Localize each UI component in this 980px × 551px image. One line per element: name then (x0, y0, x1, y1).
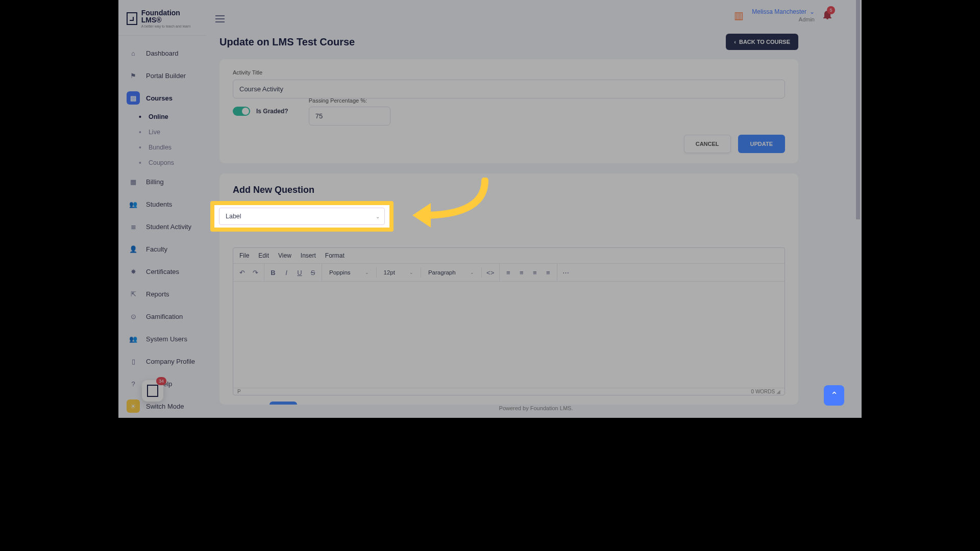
code-button[interactable]: <> (484, 266, 497, 279)
resize-handle-icon[interactable]: ◢ (776, 389, 780, 394)
sidebar-item-label: Faculty (146, 245, 167, 253)
chevron-down-icon: ⌄ (365, 270, 369, 275)
sun-icon: ☀ (127, 399, 140, 413)
sidebar-item-reports[interactable]: ⇱Reports (118, 283, 206, 305)
sidebar-item-label: Courses (146, 94, 173, 102)
flag-icon: ⚑ (127, 69, 140, 82)
gamification-icon: ⊙ (127, 310, 140, 323)
sidebar-item-label: Student Activity (146, 223, 191, 231)
users-icon: 👥 (127, 332, 140, 345)
sidebar: Foundation LMS® A better way to teach an… (118, 0, 206, 418)
sidebar-item-portal-builder[interactable]: ⚑Portal Builder (118, 64, 206, 87)
sidebar-item-label: System Users (146, 335, 187, 343)
sidebar-item-label: Reports (146, 290, 169, 298)
editor-word-count: 0 WORDS (751, 389, 775, 394)
billing-icon: ▦ (127, 175, 140, 188)
underline-button[interactable]: U (293, 266, 306, 279)
sidebar-sub-coupons[interactable]: Coupons (118, 155, 206, 170)
passing-percentage-input[interactable] (309, 107, 390, 126)
font-family-select[interactable]: Poppins⌄ (324, 269, 374, 276)
partial-button (270, 402, 297, 405)
sidebar-item-label: Students (146, 201, 172, 208)
sidebar-item-label: Company Profile (146, 358, 195, 365)
editor-menu-view[interactable]: View (278, 252, 291, 259)
students-icon: 👥 (127, 197, 140, 211)
sidebar-item-faculty[interactable]: 👤Faculty (118, 238, 206, 260)
sidebar-item-courses[interactable]: ▤Courses (118, 87, 206, 109)
redo-button[interactable]: ↷ (249, 266, 262, 279)
is-graded-toggle[interactable] (233, 107, 250, 116)
strike-button[interactable]: S (306, 266, 320, 279)
editor-menu-format[interactable]: Format (325, 252, 345, 259)
editor-path: P (237, 389, 241, 394)
scrollbar[interactable] (856, 0, 860, 219)
more-tools-button[interactable]: ⋯ (559, 266, 573, 279)
sidebar-item-student-activity[interactable]: ≣Student Activity (118, 215, 206, 238)
chevron-down-icon: ⌄ (409, 270, 413, 275)
chevron-left-icon: ‹ (734, 39, 736, 45)
reports-icon: ⇱ (127, 287, 140, 300)
editor-body[interactable] (233, 282, 785, 388)
sidebar-item-label: Certificates (146, 268, 179, 276)
brand-title: Foundation LMS® (141, 9, 198, 23)
sidebar-item-label: Billing (146, 178, 164, 186)
paragraph-select[interactable]: Paragraph⌄ (423, 269, 479, 276)
cancel-button[interactable]: CANCEL (684, 135, 731, 153)
sidebar-item-label: Switch Mode (146, 403, 184, 410)
tutorial-highlight: ⌄ (210, 201, 394, 232)
align-justify-button[interactable]: ≡ (542, 266, 555, 279)
brand-tagline: A better way to teach and learn (141, 24, 198, 28)
home-icon: ⌂ (127, 46, 140, 60)
activity-title-label: Activity Title (233, 69, 785, 76)
sidebar-item-billing[interactable]: ▦Billing (118, 170, 206, 193)
activity-title-input[interactable] (233, 80, 785, 98)
company-icon: ▯ (127, 355, 140, 368)
sidebar-item-dashboard[interactable]: ⌂Dashboard (118, 42, 206, 64)
faculty-icon: 👤 (127, 242, 140, 256)
activity-card: Activity Title Is Graded? Passing Percen… (219, 59, 798, 163)
sidebar-item-students[interactable]: 👥Students (118, 193, 206, 215)
align-right-button[interactable]: ≡ (528, 266, 542, 279)
sidebar-sub-online[interactable]: Online (118, 109, 206, 124)
sidebar-sub-bundles[interactable]: Bundles (118, 140, 206, 155)
chat-badge-count: 34 (156, 377, 166, 385)
sidebar-sub-live[interactable]: Live (118, 124, 206, 140)
question-type-select[interactable] (219, 208, 385, 225)
is-graded-label: Is Graded? (256, 108, 288, 115)
certificate-icon: ✸ (127, 265, 140, 278)
undo-button[interactable]: ↶ (235, 266, 249, 279)
courses-icon: ▤ (127, 91, 140, 105)
help-icon: ? (127, 377, 140, 390)
chat-widget-button[interactable]: 34 (142, 380, 163, 402)
editor-menu-edit[interactable]: Edit (258, 252, 269, 259)
font-size-select[interactable]: 12pt⌄ (379, 269, 419, 276)
back-to-course-button[interactable]: ‹BACK TO COURSE (726, 34, 798, 50)
editor-menu-file[interactable]: File (239, 252, 249, 259)
bold-button[interactable]: B (266, 266, 280, 279)
logo-mark-icon (127, 12, 137, 25)
sidebar-item-certificates[interactable]: ✸Certificates (118, 260, 206, 283)
editor-menu-insert[interactable]: Insert (301, 252, 316, 259)
sidebar-item-gamification[interactable]: ⊙Gamification (118, 305, 206, 328)
update-button[interactable]: UPDATE (738, 135, 785, 153)
sidebar-item-label: Portal Builder (146, 72, 186, 80)
sidebar-item-company-profile[interactable]: ▯Company Profile (118, 350, 206, 372)
footer-text: Powered by Foundation LMS. (499, 405, 573, 411)
brand-logo: Foundation LMS® A better way to teach an… (118, 7, 206, 36)
align-center-button[interactable]: ≡ (515, 266, 528, 279)
chat-icon (147, 385, 158, 397)
italic-button[interactable]: I (280, 266, 293, 279)
passing-percentage-label: Passing Percentage %: (309, 97, 390, 104)
chevron-up-icon: ⌃ (830, 390, 838, 401)
scroll-to-top-button[interactable]: ⌃ (824, 385, 844, 406)
align-left-button[interactable]: ≡ (502, 266, 515, 279)
rich-text-editor: File Edit View Insert Format ↶ ↷ B I U (233, 247, 785, 395)
page-title: Update on LMS Test Course (219, 36, 355, 48)
activity-icon: ≣ (127, 220, 140, 233)
add-question-heading: Add New Question (233, 185, 785, 195)
sidebar-item-label: Gamification (146, 313, 183, 320)
chevron-down-icon: ⌄ (470, 270, 474, 275)
sidebar-item-label: Dashboard (146, 49, 179, 57)
sidebar-item-system-users[interactable]: 👥System Users (118, 328, 206, 350)
